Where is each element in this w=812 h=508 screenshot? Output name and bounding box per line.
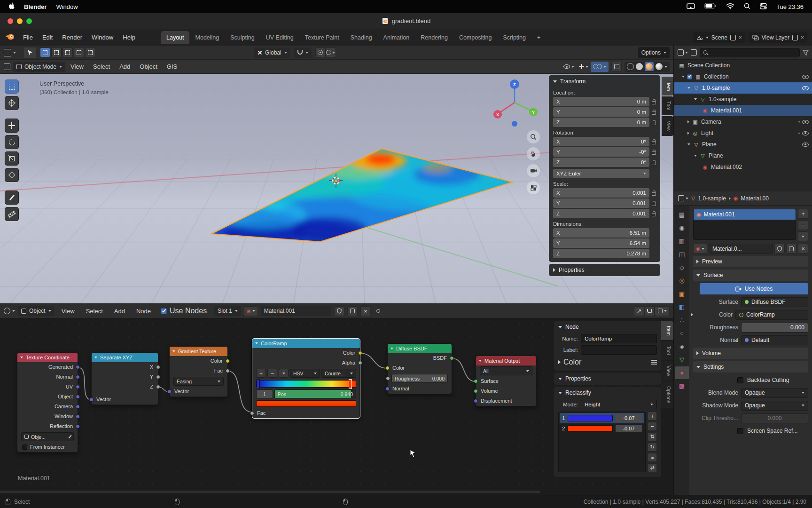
use-nodes-toggle[interactable]: Use Nodes <box>161 307 207 315</box>
node-color-ramp[interactable]: ColorRamp Color Alpha + − HSV Counte... … <box>252 338 360 419</box>
input-socket[interactable] <box>474 379 478 383</box>
blend-mode-dropdown[interactable]: Opaque <box>741 388 808 398</box>
output-socket[interactable] <box>76 385 80 389</box>
use-nodes-button[interactable]: Use Nodes <box>700 283 808 294</box>
outliner-search[interactable] <box>700 48 800 57</box>
browse-material-dropdown[interactable]: ◉ <box>693 244 707 254</box>
properties-panel-header[interactable]: Properties <box>549 264 660 276</box>
tab-item[interactable]: Item <box>662 77 673 95</box>
tab-world-properties[interactable]: ◎ <box>675 274 689 287</box>
slot-dropdown[interactable]: Slot 1 <box>214 306 241 316</box>
vp-menu-object[interactable]: Object <box>135 61 162 72</box>
output-socket[interactable] <box>76 414 80 419</box>
transform-orientation-dropdown[interactable]: Global <box>254 48 290 58</box>
tab-physics-properties[interactable]: ○ <box>675 327 689 340</box>
normal-input-selector[interactable]: Default <box>741 335 808 345</box>
output-socket[interactable] <box>226 359 230 363</box>
outliner-row-collection[interactable]: ▦ Collection <box>674 71 812 82</box>
scale-z-field[interactable]: Z0.001 <box>553 209 649 218</box>
filter-icon[interactable] <box>803 50 809 56</box>
node-properties-header[interactable]: Properties <box>554 373 661 385</box>
from-instancer-checkbox[interactable] <box>22 444 27 450</box>
select-mode-extend[interactable] <box>51 48 62 57</box>
output-socket[interactable] <box>358 361 362 365</box>
hide-eye-icon[interactable] <box>802 120 809 124</box>
close-window-button[interactable] <box>8 18 13 24</box>
remove-view-layer-icon[interactable]: × <box>801 34 804 41</box>
active-tool-icon[interactable] <box>24 48 36 58</box>
material-name-field[interactable]: Material.0... <box>709 244 773 254</box>
flip-classes-icon[interactable]: ⇄ <box>648 463 657 472</box>
tab-constraint-properties[interactable]: ◈ <box>675 340 689 353</box>
material-slot-list[interactable]: ◉ Material.001 <box>693 209 796 240</box>
viewport-canvas[interactable]: User Perspective (360) Collection | 1.0-… <box>0 74 673 303</box>
lock-icon[interactable] <box>652 162 656 165</box>
add-class-button[interactable]: + <box>648 412 657 421</box>
menubar-clock[interactable]: Tue 23:36 <box>776 3 804 10</box>
breadcrumb-object[interactable]: 1.0-sample <box>698 195 726 202</box>
node-header[interactable]: Material Output <box>476 356 536 365</box>
node-header[interactable]: Gradient Texture <box>170 347 227 356</box>
volume-panel-header[interactable]: Volume <box>693 348 808 359</box>
fake-user-shield-button[interactable] <box>774 244 785 254</box>
vp-menu-view[interactable]: View <box>66 61 88 72</box>
lock-icon[interactable] <box>652 203 656 206</box>
easing-dropdown[interactable]: Easing <box>173 377 224 386</box>
blender-logo[interactable] <box>5 33 15 42</box>
move-class-icon[interactable]: ⇅ <box>648 432 657 441</box>
reclassify-row-2[interactable]: 2 -0.07 <box>560 423 644 434</box>
viewport-editor-type-button[interactable] <box>4 64 10 70</box>
remove-class-button[interactable]: − <box>648 422 657 431</box>
apple-menu[interactable] <box>8 2 15 11</box>
proportional-editing-button[interactable] <box>315 48 326 57</box>
fake-user-shield-button[interactable] <box>334 306 344 316</box>
color-mode-dropdown[interactable]: HSV <box>290 369 320 378</box>
shader-node-canvas[interactable]: Texture Coordinate Generated Normal UV O… <box>0 318 673 495</box>
spotlight-icon[interactable] <box>744 3 750 11</box>
transform-panel-header[interactable]: Transform <box>549 75 660 87</box>
stop-index-field[interactable]: 1 <box>256 389 273 398</box>
clip-threshold-field[interactable]: 0.000 <box>741 413 808 423</box>
row-value-field[interactable]: -0.07 <box>616 425 642 432</box>
input-socket[interactable] <box>474 389 478 393</box>
dimensions-z-field[interactable]: Z0.278 m <box>553 249 649 258</box>
screen-space-refraction-checkbox[interactable] <box>737 428 743 434</box>
rotation-x-field[interactable]: X0° <box>553 137 649 146</box>
xray-toggle[interactable] <box>611 62 622 71</box>
mode-dropdown[interactable]: Height <box>581 400 657 409</box>
unlink-scene-icon[interactable]: × <box>739 34 742 41</box>
object-visibility-dropdown[interactable] <box>561 64 577 69</box>
settings-panel-header[interactable]: Settings <box>693 361 808 373</box>
output-socket[interactable] <box>156 365 160 369</box>
zoom-window-button[interactable] <box>26 18 32 24</box>
tool-measure[interactable] <box>5 207 19 221</box>
mode-dropdown[interactable]: Object Mode <box>13 62 65 72</box>
tab-material-properties[interactable]: ● <box>675 366 689 379</box>
properties-editor-type-button[interactable] <box>678 195 688 201</box>
workspace-tab-sculpting[interactable]: Sculpting <box>225 31 259 44</box>
input-socket[interactable] <box>167 389 172 394</box>
horizontal-scrollbar[interactable] <box>0 491 540 493</box>
node-gradient-texture[interactable]: Gradient Texture Color Fac Easing Vector <box>169 346 228 397</box>
ramp-specials-dropdown[interactable] <box>279 369 289 378</box>
proportional-falloff-dropdown[interactable] <box>326 48 336 57</box>
sh-menu-select[interactable]: Select <box>82 306 107 317</box>
shading-rendered-button[interactable] <box>656 63 663 70</box>
reclassify-list[interactable]: 1 -0.07 2 -0.07 <box>558 412 646 472</box>
node-label-field[interactable] <box>581 345 657 355</box>
input-socket[interactable] <box>385 387 390 391</box>
app-menu-blender[interactable]: Blender <box>24 3 47 10</box>
outliner-row-material-002[interactable]: ◉ Material.002 <box>674 161 812 173</box>
tab-particle-properties[interactable]: ∴ <box>675 314 689 326</box>
rotation-z-field[interactable]: Z0° <box>553 158 649 167</box>
node-diffuse-bsdf[interactable]: Diffuse BSDF BSDF Color Roughness0.000 N… <box>387 343 452 394</box>
outliner-row-light[interactable]: ◎ Light ▪ <box>674 127 812 139</box>
hide-eye-icon[interactable] <box>802 143 809 147</box>
interpolation-dropdown[interactable]: Counte... <box>321 369 356 378</box>
view-layer-selector[interactable]: View Layer × <box>749 32 807 43</box>
lock-icon[interactable] <box>652 101 656 104</box>
output-socket[interactable] <box>450 356 454 360</box>
input-socket[interactable] <box>89 397 94 402</box>
outliner-row-scene-collection[interactable]: ▦ Scene Collection <box>674 60 812 71</box>
pin-icon[interactable] <box>376 309 380 313</box>
